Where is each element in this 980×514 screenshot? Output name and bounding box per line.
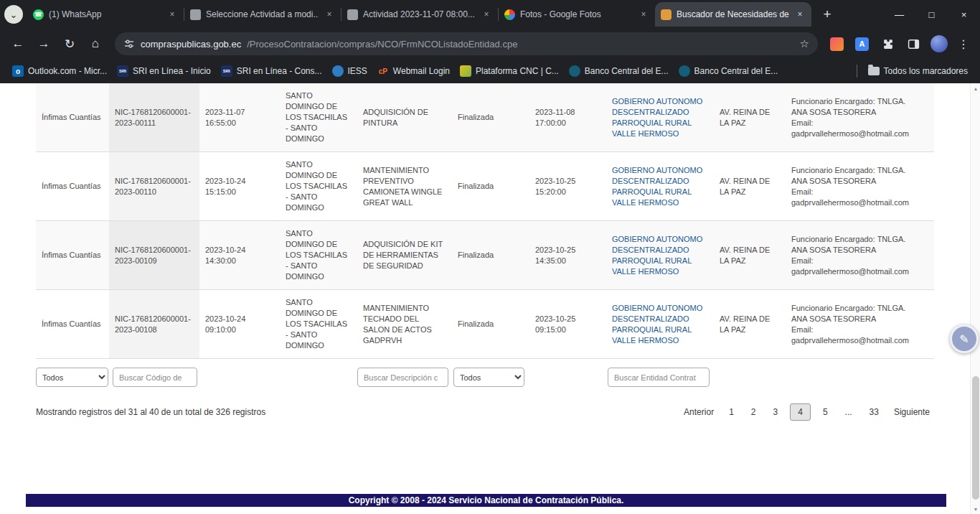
- profile-avatar[interactable]: [930, 35, 948, 52]
- whatsapp-icon: ☎: [33, 9, 44, 20]
- cell-localidad: SANTO DOMINGO DE LOS TSACHILAS - SANTO D…: [280, 152, 357, 221]
- cell-fecha-publicacion: 2023-10-24 09:10:00: [199, 290, 280, 359]
- bookmark-label: Banco Central del E...: [585, 66, 669, 76]
- all-bookmarks-button[interactable]: Todos los marcadores: [863, 63, 973, 79]
- home-icon: ⌂: [92, 37, 99, 51]
- pagination-page-5[interactable]: 5: [818, 403, 833, 421]
- side-panel-icon[interactable]: [901, 32, 925, 56]
- forward-icon: →: [38, 37, 50, 51]
- tab-label: (1) WhatsApp: [49, 9, 161, 19]
- minimize-button[interactable]: —: [883, 0, 915, 29]
- page-scrollbar[interactable]: ▲ ▼: [970, 83, 980, 514]
- tab-close-icon[interactable]: ×: [166, 9, 178, 20]
- objeto-filter-input[interactable]: [357, 368, 448, 387]
- close-window-button[interactable]: ×: [948, 0, 980, 29]
- browser-menu-icon[interactable]: ⋮: [953, 32, 974, 56]
- bookmark-iess[interactable]: IESS: [327, 62, 372, 80]
- bookmark-outlook[interactable]: o Outlook.com - Micr...: [7, 62, 112, 80]
- tab-search-button[interactable]: ⌄: [4, 5, 23, 24]
- scrollbar-thumb[interactable]: [972, 376, 979, 500]
- tab-seleccione-actividad[interactable]: Seleccione Actividad a modi... ×: [184, 2, 341, 27]
- cell-fecha-limite: 2023-10-25 15:20:00: [529, 152, 606, 221]
- entity-link[interactable]: GOBIERNO AUTONOMO DESCENTRALIZADO PARROQ…: [612, 166, 702, 207]
- bookmark-star-icon[interactable]: ☆: [800, 37, 809, 50]
- tab-actividad[interactable]: Actividad 2023-11-07 08:00... ×: [341, 2, 498, 27]
- bookmark-banco-central-2[interactable]: Banco Central del E...: [674, 62, 783, 80]
- pagination-previous[interactable]: Anterior: [681, 403, 717, 421]
- cell-tipo: Ínfimas Cuantías: [36, 83, 109, 152]
- tab-google-fotos[interactable]: Fotos - Google Fotos ×: [499, 2, 655, 27]
- scroll-up-arrow-icon[interactable]: ▲: [971, 83, 980, 93]
- scroll-down-arrow-icon[interactable]: ▼: [971, 504, 980, 514]
- outlook-icon: o: [12, 65, 24, 77]
- pencil-icon: ✎: [959, 332, 969, 346]
- reload-button[interactable]: ↻: [57, 32, 82, 56]
- chevron-down-icon: ⌄: [10, 9, 18, 20]
- url-path: /ProcesoContratacion/compras/NCO/FrmNCOL…: [247, 39, 793, 50]
- bookmark-sri-consultas[interactable]: SRI SRI en Línea - Cons...: [216, 62, 327, 80]
- pagination-page-1[interactable]: 1: [724, 403, 739, 421]
- tab-whatsapp[interactable]: ☎ (1) WhatsApp ×: [27, 2, 184, 27]
- home-button[interactable]: ⌂: [83, 32, 108, 56]
- cell-localidad: SANTO DOMINGO DE LOS TSACHILAS - SANTO D…: [280, 221, 357, 290]
- page-icon: [347, 9, 358, 20]
- cell-fecha-publicacion: 2023-11-07 16:55:00: [199, 83, 280, 152]
- maximize-button[interactable]: □: [915, 0, 948, 29]
- bookmark-sri-inicio[interactable]: SRI SRI en Línea - Inicio: [112, 62, 216, 80]
- tab-label: Buscador de Necesidades de...: [677, 9, 789, 19]
- floating-widget[interactable]: ✎: [950, 324, 979, 353]
- pagination-next[interactable]: Siguiente: [891, 403, 933, 421]
- back-icon: ←: [12, 37, 24, 51]
- site-settings-tune-icon[interactable]: [123, 38, 135, 50]
- entity-link[interactable]: GOBIERNO AUTONOMO DESCENTRALIZADO PARROQ…: [612, 235, 702, 276]
- cell-localidad: SANTO DOMINGO DE LOS TSACHILAS - SANTO D…: [280, 83, 357, 152]
- tab-buscador-necesidades-active[interactable]: Buscador de Necesidades de... ×: [655, 2, 811, 27]
- forward-button[interactable]: →: [32, 32, 56, 56]
- cnc-icon: [460, 65, 471, 77]
- pagination-page-2[interactable]: 2: [746, 403, 761, 421]
- pagination: Anterior 1 2 3 4 5 ... 33 Siguiente: [681, 403, 933, 421]
- pagination-page-33[interactable]: 33: [864, 403, 884, 421]
- cell-codigo: NIC-1768120600001-2023-00111: [109, 83, 199, 152]
- page-icon: [190, 9, 201, 20]
- tab-label: Seleccione Actividad a modi...: [206, 9, 319, 19]
- bookmark-cnc[interactable]: Plataforma CNC | C...: [455, 62, 564, 80]
- sri-icon: SRI: [221, 65, 232, 77]
- browser-tab-strip: ⌄ ☎ (1) WhatsApp × Seleccione Actividad …: [0, 0, 980, 29]
- entity-link[interactable]: GOBIERNO AUTONOMO DESCENTRALIZADO PARROQ…: [612, 304, 702, 345]
- tab-close-icon[interactable]: ×: [481, 9, 492, 20]
- entity-link[interactable]: GOBIERNO AUTONOMO DESCENTRALIZADO PARROQ…: [612, 97, 702, 138]
- table-row: Ínfimas Cuantías NIC-1768120600001-2023-…: [36, 290, 934, 359]
- site-favicon: [661, 9, 672, 20]
- cell-contacto: Funcionario Encargado: TNLGA. ANA SOSA T…: [786, 290, 934, 359]
- window-controls: — □ ×: [883, 0, 980, 29]
- back-button[interactable]: ←: [6, 32, 30, 56]
- pagination-page-3[interactable]: 3: [768, 403, 783, 421]
- bookmark-webmail[interactable]: cP Webmail Login: [372, 62, 455, 80]
- estado-filter-select[interactable]: Todos: [453, 368, 524, 387]
- bookmark-label: Plataforma CNC | C...: [476, 66, 559, 76]
- address-bar[interactable]: compraspublicas.gob.ec/ProcesoContrataci…: [115, 32, 818, 55]
- bookmark-label: SRI en Línea - Inicio: [133, 66, 211, 76]
- tab-close-icon[interactable]: ×: [794, 9, 806, 20]
- bookmark-banco-central-1[interactable]: Banco Central del E...: [564, 62, 674, 80]
- extensions-puzzle-icon[interactable]: [875, 32, 900, 56]
- cell-direccion: AV. REINA DE LA PAZ: [714, 83, 786, 152]
- cell-tipo: Ínfimas Cuantías: [36, 290, 109, 359]
- extension-icon-1[interactable]: [830, 37, 844, 51]
- tipo-filter-select[interactable]: Todos: [36, 368, 108, 387]
- results-summary: Mostrando registros del 31 al 40 de un t…: [36, 407, 265, 417]
- new-tab-button[interactable]: +: [817, 4, 837, 24]
- cpanel-icon: cP: [377, 65, 389, 77]
- tab-close-icon[interactable]: ×: [638, 9, 649, 20]
- codigo-filter-input[interactable]: [113, 368, 197, 387]
- tab-close-icon[interactable]: ×: [324, 9, 335, 20]
- cell-objeto: ADQUISICIÓN DE PINTURA: [357, 83, 452, 152]
- cell-objeto: MANTENIMIENTO PREVENTIVO CAMIONETA WINGL…: [357, 152, 452, 221]
- table-meta-row: Mostrando registros del 31 al 40 de un t…: [36, 403, 933, 421]
- pagination-page-4-current[interactable]: 4: [790, 403, 811, 421]
- entidad-filter-input[interactable]: [608, 368, 710, 387]
- translate-extension-icon[interactable]: A: [855, 37, 869, 51]
- sri-icon: SRI: [117, 65, 128, 77]
- site-footer: Copyright © 2008 - 2024 Servicio Naciona…: [26, 494, 946, 507]
